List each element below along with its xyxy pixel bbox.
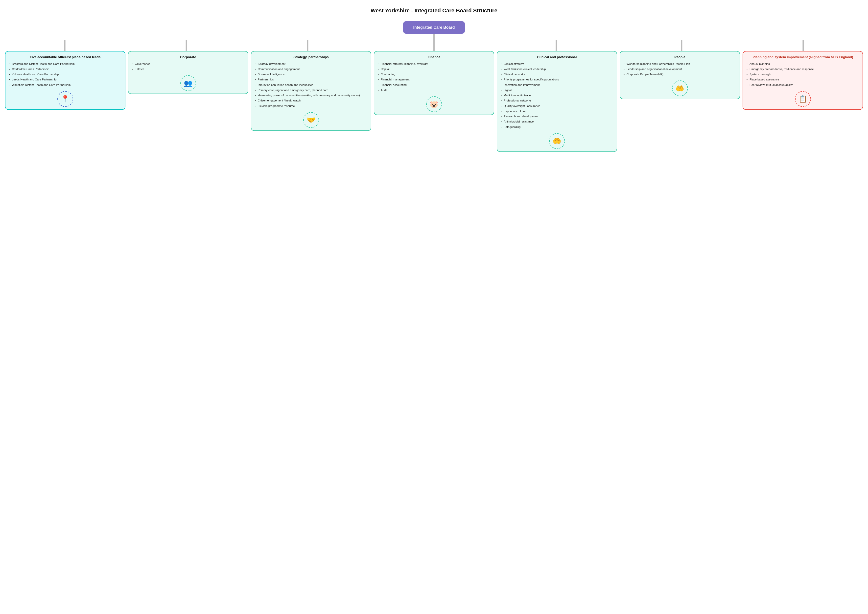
list-item: Clinical networks bbox=[500, 72, 614, 76]
list-item: Citizen engagement / healthwatch bbox=[254, 98, 368, 103]
col-clinical: Clinical and professionalClinical strate… bbox=[497, 51, 617, 152]
list-item: Capital bbox=[377, 67, 491, 71]
list-item: Kirklees Health and Care Partnership bbox=[8, 72, 122, 76]
col-clinical-icon: 🤲 bbox=[549, 133, 565, 149]
col-accountable-icon-area: 📍 bbox=[8, 91, 122, 107]
list-item: Audit bbox=[377, 88, 491, 92]
list-item: Estates bbox=[131, 67, 245, 71]
col-accountable: Five accountable officers/ place-based l… bbox=[5, 51, 126, 110]
list-item: Experience of care bbox=[500, 109, 614, 113]
root-node: Integrated Care Board bbox=[403, 21, 465, 34]
col-people-list: Workforce planning and Partnership's Peo… bbox=[623, 62, 737, 78]
list-item: Primary care, urgent and emergency care,… bbox=[254, 88, 368, 92]
col-planning-list: Annual planningEmergency preparedness, r… bbox=[746, 62, 860, 88]
col-clinical-icon-area: 🤲 bbox=[500, 133, 614, 149]
col-corporate-list: GovernanceEstates bbox=[131, 62, 245, 73]
list-item: West Yorkshire clinical leadership bbox=[500, 67, 614, 71]
col-people: PeopleWorkforce planning and Partnership… bbox=[620, 51, 740, 99]
col-corporate: CorporateGovernanceEstates👥 bbox=[128, 51, 248, 94]
columns-container: Five accountable officers/ place-based l… bbox=[5, 51, 863, 152]
list-item: Communication and engagement bbox=[254, 67, 368, 71]
list-item: Governance bbox=[131, 62, 245, 66]
col-accountable-list: Bradford and District Health and Care Pa… bbox=[8, 62, 122, 88]
tree-connector-svg bbox=[5, 34, 863, 51]
list-item: Financial accounting bbox=[377, 83, 491, 87]
col-strategy-icon: 🤝 bbox=[303, 112, 319, 128]
col-finance: FinanceFinancial strategy, planning, ove… bbox=[374, 51, 494, 115]
col-finance-list: Financial strategy, planning, oversightC… bbox=[377, 62, 491, 93]
col-planning: Planning and system improvement (aligned… bbox=[742, 51, 863, 110]
list-item: Professional networks bbox=[500, 98, 614, 103]
col-finance-icon: 🐷 bbox=[426, 96, 442, 112]
list-item: Financial strategy, planning, oversight bbox=[377, 62, 491, 66]
col-planning-header: Planning and system improvement (aligned… bbox=[746, 55, 860, 59]
list-item: Contracting bbox=[377, 72, 491, 76]
col-strategy-list: Strategy developmentCommunication and en… bbox=[254, 62, 368, 109]
col-accountable-header: Five accountable officers/ place-based l… bbox=[8, 55, 122, 59]
list-item: Research and development bbox=[500, 114, 614, 118]
list-item: Quality oversight / assurance bbox=[500, 104, 614, 108]
list-item: Priority programmes for specific populat… bbox=[500, 78, 614, 82]
col-people-header: People bbox=[623, 55, 737, 59]
list-item: Harnessing power of communities (working… bbox=[254, 93, 368, 98]
list-item: Leeds Health and Care Partnership bbox=[8, 78, 122, 82]
col-people-icon: 🤲 bbox=[672, 81, 688, 96]
col-corporate-icon-area: 👥 bbox=[131, 75, 245, 91]
list-item: Leadership and organisational developmen… bbox=[623, 67, 737, 71]
col-people-icon-area: 🤲 bbox=[623, 81, 737, 96]
list-item: Flexible programme resource bbox=[254, 104, 368, 108]
list-item: Calderdale Cares Partnership bbox=[8, 67, 122, 71]
col-strategy-icon-area: 🤝 bbox=[254, 112, 368, 128]
list-item: Bradford and District Health and Care Pa… bbox=[8, 62, 122, 66]
col-strategy-header: Strategy, partnerships bbox=[254, 55, 368, 59]
col-finance-icon-area: 🐷 bbox=[377, 96, 491, 112]
list-item: Business Intelligence bbox=[254, 72, 368, 76]
list-item: Medicines optimisation bbox=[500, 93, 614, 98]
col-corporate-icon: 👥 bbox=[180, 75, 196, 91]
page-title: West Yorkshire - Integrated Care Board S… bbox=[370, 8, 497, 14]
list-item: Strategy development bbox=[254, 62, 368, 66]
list-item: Place based assurance bbox=[746, 78, 860, 82]
col-finance-header: Finance bbox=[377, 55, 491, 59]
list-item: Digital bbox=[500, 88, 614, 92]
diagram-wrapper: West Yorkshire - Integrated Care Board S… bbox=[5, 8, 863, 152]
col-clinical-list: Clinical strategyWest Yorkshire clinical… bbox=[500, 62, 614, 130]
col-corporate-header: Corporate bbox=[131, 55, 245, 59]
list-item: Improving population health and inequali… bbox=[254, 83, 368, 87]
col-clinical-header: Clinical and professional bbox=[500, 55, 614, 59]
list-item: Wakefield District Health and Care Partn… bbox=[8, 83, 122, 87]
list-item: Partnerships bbox=[254, 78, 368, 82]
list-item: Antimicrobial resistance bbox=[500, 120, 614, 124]
list-item: Workforce planning and Partnership's Peo… bbox=[623, 62, 737, 66]
list-item: Emergency preparedness, resilience and r… bbox=[746, 67, 860, 71]
col-accountable-icon: 📍 bbox=[57, 91, 73, 107]
list-item: Innovation and Improvement bbox=[500, 83, 614, 87]
list-item: Clinical strategy bbox=[500, 62, 614, 66]
list-item: Annual planning bbox=[746, 62, 860, 66]
list-item: Safeguarding bbox=[500, 125, 614, 129]
col-planning-icon: 📋 bbox=[795, 91, 811, 107]
list-item: System oversight bbox=[746, 72, 860, 76]
list-item: Peer review/ mutual accountability bbox=[746, 83, 860, 87]
col-strategy: Strategy, partnershipsStrategy developme… bbox=[251, 51, 371, 131]
list-item: Corporate People Team (HR) bbox=[623, 72, 737, 76]
col-planning-icon-area: 📋 bbox=[746, 91, 860, 107]
list-item: Financial management bbox=[377, 78, 491, 82]
